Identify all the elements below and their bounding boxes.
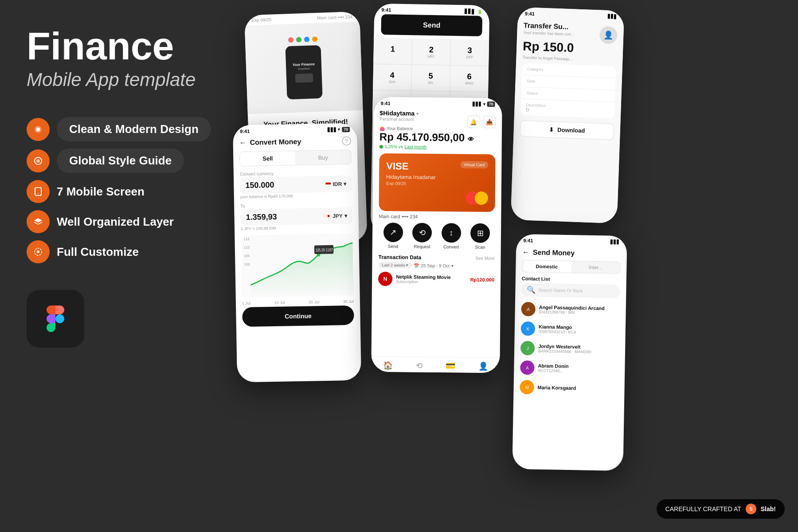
slab-logo: S [746, 504, 756, 514]
figma-logo [27, 290, 84, 348]
download-icon: ⬇ [549, 126, 554, 133]
sell-buy-tabs: Sell Buy [239, 150, 352, 166]
customize-icon [27, 240, 50, 263]
eye-icon[interactable]: 👁 [468, 136, 474, 143]
circle-orange [312, 36, 317, 42]
search-icon: 🔍 [527, 286, 536, 294]
contact-kianna[interactable]: K Kianna Mango ID9876543210 · BCA [515, 319, 626, 340]
currency-from-label: IDR [333, 181, 342, 187]
phone2-status-icons: ▋▋▋ 🔋 [465, 9, 482, 14]
svg-text:105.29  11/07: 105.29 11/07 [316, 247, 333, 252]
convert-circle-icon: ↕ [442, 223, 461, 243]
circle-blue [304, 37, 309, 42]
send-button-keypad[interactable]: Send [381, 14, 482, 36]
left-panel: Finance Mobile App template Clean & Mode… [27, 27, 248, 348]
notifications-icon[interactable]: 🔔 [467, 116, 480, 128]
contact-avatar-maria: M [520, 380, 534, 395]
convert-label: Convert [443, 244, 459, 249]
date-range-filter[interactable]: Last 2 weeks ▾ [378, 262, 412, 269]
calendar-icon: 📅 [414, 263, 419, 268]
contact-info-maria: Maria Korsgaard [538, 385, 618, 391]
see-more-link[interactable]: See More [475, 255, 494, 260]
currency-from-badge[interactable]: IDR ▾ [326, 181, 347, 188]
back-arrow-icon[interactable]: ← [239, 139, 246, 147]
date-filter: Last 2 weeks ▾ 📅 25 Sep - 9 Oct ▾ [372, 261, 501, 271]
contact-abram[interactable]: A Abram Donin ACCT12345... [514, 358, 625, 379]
phone-transfer-summary: 9:41 ▋▋▋ Transfer Su... Your transfer ha… [511, 7, 625, 223]
key-3[interactable]: 3DEF [450, 39, 489, 66]
phone6-status-icons: ▋▋▋ [610, 240, 620, 244]
phone2-time: 9:41 [381, 7, 391, 12]
contact-bank-abram: ACCT12345... [538, 368, 618, 374]
phone5-status-icons: ▋▋▋ [608, 14, 617, 19]
inbox-icon[interactable]: 📥 [483, 116, 496, 128]
request-circle-icon: ⟲ [412, 223, 432, 243]
style-guide-label: Global Style Guide [57, 149, 184, 173]
date-period: 25 Sep - 9 Oct [421, 263, 450, 268]
contact-jordyn[interactable]: J Jordyn Westervelt BANK2233445566 · MAN… [514, 338, 626, 360]
search-placeholder: Search Name Or Bank [538, 288, 583, 293]
key-1[interactable]: 1 [373, 38, 412, 64]
mastercard-logo [466, 192, 488, 205]
search-bar[interactable]: 🔍 Search Name Or Bank [521, 283, 620, 298]
tab-buy[interactable]: Buy [295, 150, 351, 165]
tab-domestic[interactable]: Domestic [522, 260, 571, 273]
download-button[interactable]: ⬇ Download [520, 120, 614, 140]
svg-point-5 [38, 194, 39, 195]
action-send[interactable]: ↗ Send [383, 223, 403, 249]
nav-profile[interactable]: 👤 [478, 361, 488, 371]
rate-note: 1 JPY = 109.99 IDR [235, 224, 359, 234]
key-6[interactable]: 6MNO [450, 66, 489, 92]
key-2[interactable]: 2ABC [412, 39, 450, 65]
tab-international[interactable]: Inter... [571, 261, 620, 274]
crafted-badge: CAREFULLY CRAFTED AT S Slab! [657, 499, 785, 519]
action-scan[interactable]: ⊞ Scan [470, 223, 490, 250]
key-5[interactable]: 5JKL [411, 65, 450, 91]
screens-icon [27, 180, 50, 203]
phone1-color-circles [288, 36, 317, 43]
feature-list: Clean & Modern Design Global Style Guide… [27, 117, 248, 263]
tab-sell[interactable]: Sell [240, 151, 296, 166]
scan-label: Scan [475, 245, 485, 250]
exchange-rate-chart: 115 110 105 100 105.29 11/07 [241, 234, 353, 297]
nav-home[interactable]: 🏠 [383, 360, 392, 370]
tx-netflix-sub: Subscription [396, 279, 467, 284]
dash-header: $Hidaytama ▾ Personal account 🔔 📥 [373, 108, 502, 124]
contact-list-label: Contact List [516, 274, 626, 284]
send-money-title: Send Money [533, 249, 575, 258]
contact-angel[interactable]: A Angel Passaquindici Arcand ID432109876… [515, 299, 626, 321]
app-subtitle: Mobile App template [27, 69, 248, 90]
nav-wallet[interactable]: 💳 [446, 361, 455, 371]
phone1-hero: Your Finance Simplified! [245, 22, 363, 114]
phone3-header: ← Convert Money ? [233, 134, 357, 149]
nav-transactions[interactable]: ⟲ [416, 361, 422, 371]
action-request[interactable]: ⟲ Request [412, 223, 432, 249]
action-buttons: ↗ Send ⟲ Request ↕ Convert ⊞ Scan [372, 219, 501, 254]
help-icon[interactable]: ? [342, 137, 351, 145]
chart-labels: 1 Jul10 Jul20 Jul30 Jul [236, 299, 360, 306]
convert-title: Convert Money [250, 138, 301, 147]
transaction-item-netflix: N Netplik Steaming Movie Subscription Rp… [372, 270, 501, 289]
action-convert[interactable]: ↕ Convert [441, 223, 461, 249]
contact-info-angel: Angel Passaquindici Arcand ID4321098765 … [539, 305, 619, 316]
phone-convert: 9:41 ▋▋▋ ▾ 70 ← Convert Money ? Sell Buy… [233, 123, 361, 383]
contact-avatar-jordyn: J [520, 341, 535, 356]
phone-send-money: 9:41 ▋▋▋ ← Send Money Domestic Inter... … [512, 234, 627, 471]
key-4[interactable]: 4GHI [373, 64, 411, 90]
currency-to-badge[interactable]: JPY ▾ [326, 213, 347, 219]
convert-to-row: 1.359,93 JPY ▾ [240, 207, 352, 226]
phone6-time: 9:41 [523, 238, 533, 243]
continue-button[interactable]: Continue [242, 305, 354, 327]
wallet-icon: 👛 [379, 126, 385, 131]
contact-bank-angel: ID4321098765 · BRI [539, 310, 619, 316]
tx-netflix-amount: Rp120.000 [470, 277, 495, 282]
svg-rect-1 [36, 128, 40, 131]
feature-item-customize: Full Customize [27, 240, 248, 263]
currency-to-chevron: ▾ [344, 213, 347, 219]
phone3-status-icons: ▋▋▋ ▾ 70 [328, 127, 350, 133]
contact-maria[interactable]: M Maria Korsgaard [513, 377, 625, 399]
contact-avatar-angel: A [521, 302, 536, 317]
balance-amount: Rp 45.170.950,00 👁 [379, 131, 496, 144]
phone4-status-icons: ▋▋▋ ▾ 70 [473, 102, 495, 107]
send-back-arrow[interactable]: ← [522, 248, 529, 256]
